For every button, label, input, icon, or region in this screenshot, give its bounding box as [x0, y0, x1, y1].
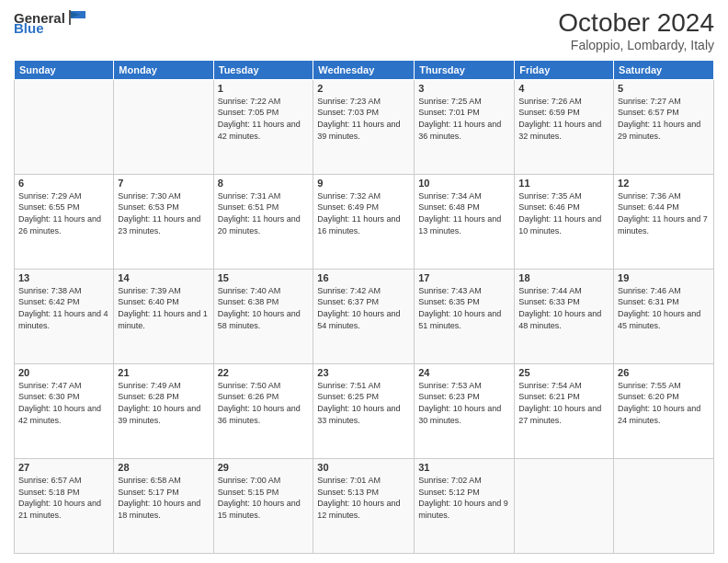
calendar-cell: 30Sunrise: 7:01 AMSunset: 5:13 PMDayligh…: [313, 458, 415, 553]
cell-info: Sunrise: 7:32 AMSunset: 6:49 PMDaylight:…: [317, 190, 410, 236]
calendar-cell: 22Sunrise: 7:50 AMSunset: 6:26 PMDayligh…: [213, 363, 313, 458]
day-number: 8: [218, 178, 310, 189]
calendar-cell: 10Sunrise: 7:34 AMSunset: 6:48 PMDayligh…: [415, 174, 515, 269]
cell-info: Sunrise: 7:50 AMSunset: 6:26 PMDaylight:…: [218, 380, 310, 426]
day-number: 30: [317, 462, 410, 473]
calendar-cell: 2Sunrise: 7:23 AMSunset: 7:03 PMDaylight…: [313, 79, 415, 174]
day-number: 29: [218, 462, 310, 473]
calendar-cell: 26Sunrise: 7:55 AMSunset: 6:20 PMDayligh…: [614, 363, 714, 458]
logo: General Blue: [14, 9, 89, 36]
week-row-2: 6Sunrise: 7:29 AMSunset: 6:55 PMDaylight…: [15, 174, 714, 269]
cell-info: Sunrise: 7:35 AMSunset: 6:46 PMDaylight:…: [518, 190, 609, 236]
day-number: 31: [418, 462, 510, 473]
cell-info: Sunrise: 7:30 AMSunset: 6:53 PMDaylight:…: [118, 190, 209, 236]
logo-blue: Blue: [14, 20, 44, 36]
calendar-cell: 7Sunrise: 7:30 AMSunset: 6:53 PMDaylight…: [114, 174, 213, 269]
week-row-5: 27Sunrise: 6:57 AMSunset: 5:18 PMDayligh…: [15, 458, 714, 553]
calendar-cell: 9Sunrise: 7:32 AMSunset: 6:49 PMDaylight…: [313, 174, 415, 269]
weekday-header-thursday: Thursday: [415, 60, 515, 79]
calendar-cell: 8Sunrise: 7:31 AMSunset: 6:51 PMDaylight…: [213, 174, 313, 269]
cell-info: Sunrise: 7:49 AMSunset: 6:28 PMDaylight:…: [118, 380, 209, 426]
day-number: 22: [218, 367, 310, 378]
day-number: 7: [118, 178, 209, 189]
day-number: 12: [618, 178, 710, 189]
cell-info: Sunrise: 7:55 AMSunset: 6:20 PMDaylight:…: [618, 380, 710, 426]
day-number: 13: [18, 272, 109, 283]
cell-info: Sunrise: 7:36 AMSunset: 6:44 PMDaylight:…: [618, 190, 710, 236]
day-number: 11: [518, 178, 609, 189]
calendar-cell: 18Sunrise: 7:44 AMSunset: 6:33 PMDayligh…: [515, 269, 614, 363]
calendar-cell: 25Sunrise: 7:54 AMSunset: 6:21 PMDayligh…: [515, 363, 614, 458]
cell-info: Sunrise: 7:01 AMSunset: 5:13 PMDaylight:…: [317, 475, 410, 521]
cell-info: Sunrise: 7:44 AMSunset: 6:33 PMDaylight:…: [518, 285, 609, 331]
calendar-cell: 20Sunrise: 7:47 AMSunset: 6:30 PMDayligh…: [15, 363, 114, 458]
page: General Blue October 2024 Faloppio, Lomb…: [0, 0, 728, 563]
calendar-cell: 14Sunrise: 7:39 AMSunset: 6:40 PMDayligh…: [114, 269, 213, 363]
subtitle: Faloppio, Lombardy, Italy: [558, 38, 714, 52]
main-title: October 2024: [558, 9, 714, 38]
calendar: SundayMondayTuesdayWednesdayThursdayFrid…: [14, 60, 714, 554]
cell-info: Sunrise: 7:38 AMSunset: 6:42 PMDaylight:…: [18, 285, 109, 331]
day-number: 21: [118, 367, 209, 378]
cell-info: Sunrise: 7:22 AMSunset: 7:05 PMDaylight:…: [218, 96, 310, 142]
weekday-header-row: SundayMondayTuesdayWednesdayThursdayFrid…: [15, 60, 714, 79]
cell-info: Sunrise: 7:25 AMSunset: 7:01 PMDaylight:…: [418, 96, 510, 142]
calendar-cell: 4Sunrise: 7:26 AMSunset: 6:59 PMDaylight…: [515, 79, 614, 174]
day-number: 4: [518, 83, 609, 94]
cell-info: Sunrise: 7:51 AMSunset: 6:25 PMDaylight:…: [317, 380, 410, 426]
calendar-cell: 31Sunrise: 7:02 AMSunset: 5:12 PMDayligh…: [415, 458, 515, 553]
cell-info: Sunrise: 6:58 AMSunset: 5:17 PMDaylight:…: [118, 475, 209, 521]
cell-info: Sunrise: 7:40 AMSunset: 6:38 PMDaylight:…: [218, 285, 310, 331]
calendar-cell: [614, 458, 714, 553]
calendar-cell: 11Sunrise: 7:35 AMSunset: 6:46 PMDayligh…: [515, 174, 614, 269]
calendar-cell: 5Sunrise: 7:27 AMSunset: 6:57 PMDaylight…: [614, 79, 714, 174]
day-number: 23: [317, 367, 410, 378]
calendar-cell: 17Sunrise: 7:43 AMSunset: 6:35 PMDayligh…: [415, 269, 515, 363]
day-number: 5: [618, 83, 710, 94]
calendar-cell: [15, 79, 114, 174]
calendar-cell: 3Sunrise: 7:25 AMSunset: 7:01 PMDaylight…: [415, 79, 515, 174]
calendar-cell: 21Sunrise: 7:49 AMSunset: 6:28 PMDayligh…: [114, 363, 213, 458]
calendar-cell: 27Sunrise: 6:57 AMSunset: 5:18 PMDayligh…: [15, 458, 114, 553]
calendar-table: SundayMondayTuesdayWednesdayThursdayFrid…: [14, 60, 714, 554]
weekday-header-friday: Friday: [515, 60, 614, 79]
calendar-cell: [515, 458, 614, 553]
cell-info: Sunrise: 7:29 AMSunset: 6:55 PMDaylight:…: [18, 190, 109, 236]
cell-info: Sunrise: 7:34 AMSunset: 6:48 PMDaylight:…: [418, 190, 510, 236]
cell-info: Sunrise: 7:00 AMSunset: 5:15 PMDaylight:…: [218, 475, 310, 521]
weekday-header-tuesday: Tuesday: [213, 60, 313, 79]
day-number: 1: [218, 83, 310, 94]
day-number: 9: [317, 178, 410, 189]
day-number: 16: [317, 272, 410, 283]
day-number: 26: [618, 367, 710, 378]
calendar-cell: 19Sunrise: 7:46 AMSunset: 6:31 PMDayligh…: [614, 269, 714, 363]
week-row-4: 20Sunrise: 7:47 AMSunset: 6:30 PMDayligh…: [15, 363, 714, 458]
weekday-header-sunday: Sunday: [15, 60, 114, 79]
calendar-cell: 13Sunrise: 7:38 AMSunset: 6:42 PMDayligh…: [15, 269, 114, 363]
cell-info: Sunrise: 7:26 AMSunset: 6:59 PMDaylight:…: [518, 96, 609, 142]
calendar-cell: 28Sunrise: 6:58 AMSunset: 5:17 PMDayligh…: [114, 458, 213, 553]
calendar-cell: 16Sunrise: 7:42 AMSunset: 6:37 PMDayligh…: [313, 269, 415, 363]
cell-info: Sunrise: 7:46 AMSunset: 6:31 PMDaylight:…: [618, 285, 710, 331]
cell-info: Sunrise: 7:23 AMSunset: 7:03 PMDaylight:…: [317, 96, 410, 142]
day-number: 14: [118, 272, 209, 283]
weekday-header-wednesday: Wednesday: [313, 60, 415, 79]
day-number: 3: [418, 83, 510, 94]
calendar-cell: 24Sunrise: 7:53 AMSunset: 6:23 PMDayligh…: [415, 363, 515, 458]
cell-info: Sunrise: 7:43 AMSunset: 6:35 PMDaylight:…: [418, 285, 510, 331]
day-number: 15: [218, 272, 310, 283]
week-row-3: 13Sunrise: 7:38 AMSunset: 6:42 PMDayligh…: [15, 269, 714, 363]
calendar-cell: 6Sunrise: 7:29 AMSunset: 6:55 PMDaylight…: [15, 174, 114, 269]
cell-info: Sunrise: 6:57 AMSunset: 5:18 PMDaylight:…: [18, 475, 109, 521]
cell-info: Sunrise: 7:54 AMSunset: 6:21 PMDaylight:…: [518, 380, 609, 426]
week-row-1: 1Sunrise: 7:22 AMSunset: 7:05 PMDaylight…: [15, 79, 714, 174]
day-number: 24: [418, 367, 510, 378]
cell-info: Sunrise: 7:31 AMSunset: 6:51 PMDaylight:…: [218, 190, 310, 236]
cell-info: Sunrise: 7:53 AMSunset: 6:23 PMDaylight:…: [418, 380, 510, 426]
day-number: 27: [18, 462, 109, 473]
calendar-cell: 12Sunrise: 7:36 AMSunset: 6:44 PMDayligh…: [614, 174, 714, 269]
calendar-cell: 1Sunrise: 7:22 AMSunset: 7:05 PMDaylight…: [213, 79, 313, 174]
header: General Blue October 2024 Faloppio, Lomb…: [14, 9, 714, 52]
day-number: 25: [518, 367, 609, 378]
day-number: 6: [18, 178, 109, 189]
